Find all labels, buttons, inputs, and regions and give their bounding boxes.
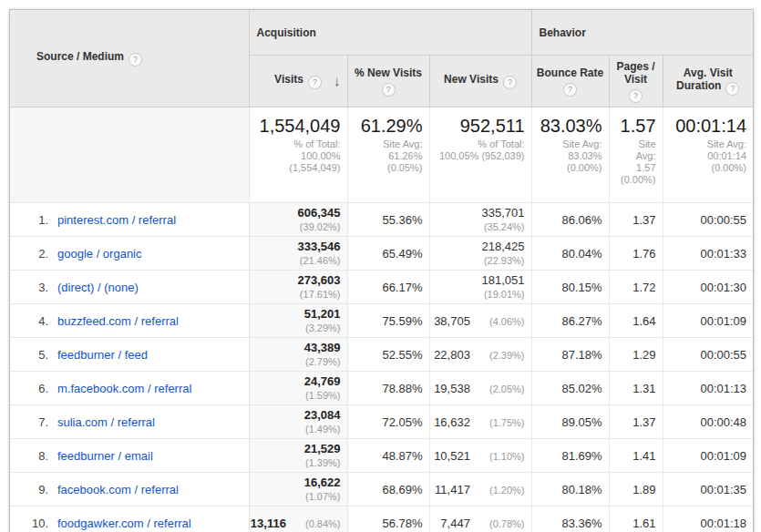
table-header: Source / Medium? Acquisition Behavior Vi… [10,10,753,107]
pages-visit-total-cell: 1.57 SiteAvg:1.57(0.00%) [609,107,663,203]
pct-new-visits-value: 66.17% [382,281,422,294]
table-row: 9.facebook.com / referral 16,622 (1.07%)… [10,473,753,506]
visits-percent: (1.39%) [290,457,341,468]
pages-visit-value: 1.89 [632,483,655,496]
help-icon[interactable]: ? [382,83,396,97]
pages-visit-cell: 1.37 [609,405,663,439]
new-visits-column-header[interactable]: New Visits? [429,56,531,107]
bounce-rate-cell: 83.36% [531,506,609,532]
pct-new-visits-value: 65.49% [382,247,422,261]
new-visits-cell: 19,538 (2.05%) [429,372,531,405]
pages-visit-label: Pages / Visit [617,60,655,86]
pages-visit-column-header[interactable]: Pages / Visit ? [609,56,663,107]
bounce-rate-value: 81.69% [561,449,602,463]
pages-visit-cell: 1.76 [609,237,663,271]
pct-new-visits-cell: 68.69% [347,473,429,506]
new-visits-percent: (1.10%) [474,451,525,462]
visits-cell: 16,622 (1.07%) [249,473,347,506]
bounce-rate-column-header[interactable]: Bounce Rate ? [531,56,609,107]
table-row: 8.feedburner / email 21,529 (1.39%) 48.8… [10,439,753,473]
bounce-rate-value: 86.06% [561,213,602,227]
sort-descending-icon[interactable]: ↓ [334,75,341,87]
avg-visit-duration-value: 00:01:18 [700,517,746,530]
visits-cell: 24,769 (1.59%) [249,372,347,405]
table-row: 3.(direct) / (none) 273,603 (17.61%) 66.… [10,271,753,304]
bounce-rate-value: 83.36% [561,517,602,530]
avg-visit-duration-cell: 00:01:30 [663,271,753,304]
bounce-rate-value: 80.15% [561,281,602,294]
source-medium-column-header[interactable]: Source / Medium? [10,10,249,107]
pages-visit-value: 1.31 [632,382,655,395]
new-visits-value: 22,803 [434,348,470,362]
pages-visit-value: 1.72 [632,281,655,294]
source-link[interactable]: google / organic [57,247,142,261]
new-visits-value: 19,538 [434,382,470,395]
new-visits-cell: 7,447 (0.78%) [429,506,531,532]
help-icon[interactable]: ? [503,76,517,89]
new-visits-cell: 16,632 (1.75%) [429,405,531,439]
source-link[interactable]: facebook.com / referral [57,483,179,496]
row-index: 6. [25,382,48,395]
source-medium-cell: 1.pinterest.com / referral [10,203,249,237]
table-row: 4.buzzfeed.com / referral 51,201 (3.29%)… [10,304,753,338]
bounce-rate-value: 80.18% [561,483,602,496]
new-visits-value: 335,701 [482,206,525,220]
new-visits-value: 38,705 [434,314,470,328]
help-icon[interactable]: ? [308,76,322,89]
help-icon[interactable]: ? [129,53,142,66]
source-link[interactable]: m.facebook.com / referral [57,382,191,395]
source-link[interactable]: feedburner / email [57,449,153,463]
bounce-rate-cell: 89.05% [531,405,609,439]
help-icon[interactable]: ? [629,89,643,103]
visits-cell: 23,084 (1.49%) [249,405,347,439]
source-medium-cell: 6.m.facebook.com / referral [10,372,249,405]
pct-new-visits-value: 78.88% [382,382,422,395]
source-link[interactable]: (direct) / (none) [57,281,139,294]
visits-cell: 51,201 (3.29%) [249,304,347,338]
new-visits-cell: 335,701 (35.24%) [429,203,531,237]
pct-new-visits-total-subtext: Site Avg:61.26%(0.05%) [349,138,423,174]
avg-visit-duration-value: 00:00:48 [700,415,746,429]
visits-column-header[interactable]: Visits? ↓ [249,56,347,107]
visits-percent: (21.46%) [290,255,341,266]
source-link[interactable]: pinterest.com / referral [57,213,176,227]
visits-cell: 606,345 (39.02%) [249,203,347,237]
avg-visit-duration-value: 00:01:13 [700,382,746,395]
table-row: 6.m.facebook.com / referral 24,769 (1.59… [10,372,753,405]
source-medium-label: Source / Medium [36,50,124,63]
avg-visit-duration-column-header[interactable]: Avg. Visit Duration? [663,56,753,107]
visits-percent: (1.07%) [290,491,341,502]
pct-new-visits-column-header[interactable]: % New Visits ? [347,56,429,107]
totals-dimension-cell [10,107,249,203]
bounce-rate-cell: 80.04% [531,237,609,271]
row-index: 4. [25,314,48,328]
new-visits-value: 218,425 [482,240,525,253]
pages-visit-cell: 1.61 [609,506,663,532]
behavior-group-label: Behavior [540,26,586,39]
visits-percent: (17.61%) [290,289,341,300]
visits-cell: 13,116 (0.84%) [249,506,347,532]
source-link[interactable]: foodgawker.com / referral [57,517,191,530]
pct-new-visits-cell: 72.05% [347,405,429,439]
avg-visit-duration-cell: 00:01:35 [663,473,753,506]
pct-new-visits-total-cell: 61.29% Site Avg:61.26%(0.05%) [347,107,429,203]
pages-visit-value: 1.61 [632,517,655,530]
pct-new-visits-cell: 78.88% [347,372,429,405]
pct-new-visits-value: 75.59% [382,314,422,328]
table-row: 5.feedburner / feed 43,389 (2.79%) 52.55… [10,338,753,372]
help-icon[interactable]: ? [563,83,577,97]
new-visits-value: 181,051 [482,273,525,287]
new-visits-cell: 218,425 (22.93%) [429,237,531,271]
behavior-group-header: Behavior [531,10,753,56]
pages-visit-cell: 1.41 [609,439,663,473]
row-index: 7. [25,415,48,429]
source-link[interactable]: buzzfeed.com / referral [57,314,179,328]
source-link[interactable]: sulia.com / referral [57,415,155,429]
pct-new-visits-cell: 52.55% [347,338,429,372]
help-icon[interactable]: ? [725,82,739,96]
avg-visit-duration-cell: 00:00:55 [663,338,753,372]
source-link[interactable]: feedburner / feed [57,348,148,362]
bounce-rate-value: 85.02% [561,382,602,395]
pages-visit-cell: 1.37 [609,203,663,237]
source-medium-cell: 7.sulia.com / referral [10,405,249,439]
